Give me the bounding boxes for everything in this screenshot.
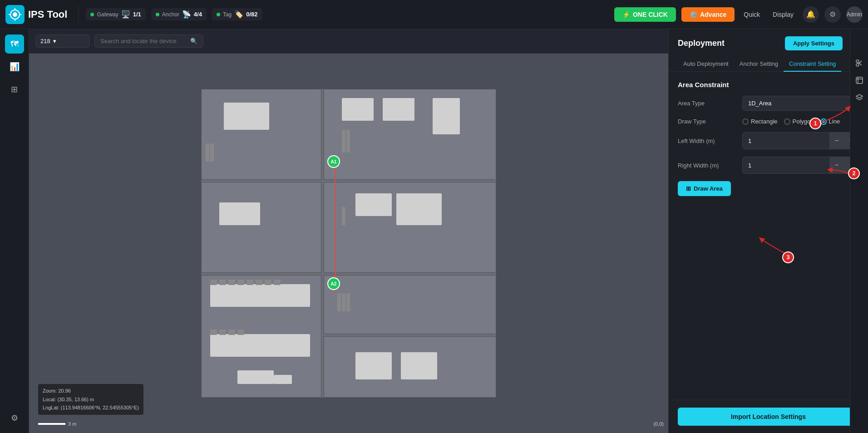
sidebar-item-settings[interactable]: ⚙: [5, 408, 24, 428]
local-info: Local: (30.35, 13.66) m: [43, 395, 139, 404]
strip-settings-button[interactable]: [853, 74, 866, 87]
left-width-input: 1 − +: [742, 132, 859, 149]
scale-label: 3 m: [68, 421, 76, 427]
tag-count: 0/82: [246, 11, 257, 18]
furniture-bl-chair1: [210, 280, 217, 285]
strip-layers-button[interactable]: [853, 91, 866, 104]
anchor-label: Anchor: [162, 11, 179, 18]
draw-area-button[interactable]: ⊞ Draw Area: [678, 181, 731, 196]
anchor-A2-marker[interactable]: A2: [327, 277, 340, 290]
furniture-bl-chair7: [265, 280, 271, 285]
tab-constraint-setting[interactable]: Constraint Setting: [784, 57, 841, 72]
right-width-value: 1: [743, 158, 829, 172]
one-click-icon: ⚡: [622, 11, 630, 18]
furniture-bl-chair3: [228, 280, 235, 285]
furniture-br-desk1: [355, 352, 392, 379]
draw-type-label: Draw Type: [678, 118, 737, 125]
gateway-label: Gateway: [97, 11, 118, 18]
panel-title: Deployment: [678, 39, 725, 48]
map-scale-bar: 3 m: [38, 421, 76, 427]
apply-settings-button[interactable]: Apply Settings: [785, 36, 843, 50]
furniture-mr-1: [355, 193, 392, 216]
radio-rectangle-circle: [742, 118, 749, 125]
quick-link[interactable]: Quick: [740, 9, 764, 20]
radio-line-circle: [820, 118, 827, 125]
floor-selector[interactable]: 218 ▾: [35, 34, 90, 48]
furniture-br-plant3: [346, 293, 350, 311]
svg-rect-10: [856, 77, 863, 84]
map-origin-label: (0,0): [653, 421, 664, 427]
main-layout: 🗺 📊 ⊞ ⚙ 218 ▾ 🔍: [0, 29, 868, 433]
furniture-bl-c3: [228, 330, 235, 335]
map-toolbar: 218 ▾ 🔍: [29, 29, 668, 54]
furniture-tl-1: [224, 103, 269, 130]
panel-header: Deployment Apply Settings ✕: [669, 29, 868, 50]
left-width-label: Left Width (m): [678, 138, 737, 144]
nav-divider-1: [78, 5, 79, 24]
map-area: 218 ▾ 🔍: [29, 29, 668, 433]
map-icon: 🗺: [10, 39, 19, 49]
radio-line[interactable]: Line: [820, 118, 840, 125]
user-avatar[interactable]: Admin: [846, 6, 863, 23]
sidebar-item-map[interactable]: 🗺: [5, 34, 24, 54]
gateway-icon: 🖥️: [121, 10, 130, 19]
sidebar-item-devices[interactable]: 📊: [5, 57, 24, 76]
left-sidebar: 🗺 📊 ⊞ ⚙: [0, 29, 29, 433]
area-type-select[interactable]: 1D_Area ▾: [742, 96, 859, 111]
left-width-decrement-button[interactable]: −: [829, 133, 844, 149]
one-click-button[interactable]: ⚡ ONE CLICK: [614, 7, 676, 22]
notification-button[interactable]: 🔔: [803, 6, 819, 23]
map-info-overlay: Zoom: 20.96 Local: (30.35, 13.66) m LngL…: [38, 384, 143, 415]
right-width-decrement-button[interactable]: −: [829, 157, 844, 173]
search-icon: 🔍: [190, 38, 197, 44]
furniture-tl-plant2: [210, 143, 214, 162]
display-link[interactable]: Display: [769, 9, 797, 20]
right-width-label: Right Width (m): [678, 162, 737, 169]
constraint-line: [335, 157, 336, 293]
room-mid-left: [201, 182, 321, 273]
search-box[interactable]: 🔍: [94, 34, 203, 48]
panel-tabs: Auto Deployment Anchor Setting Constrain…: [669, 57, 868, 72]
strip-scissors-button[interactable]: [853, 56, 866, 70]
furniture-br-plant1: [337, 293, 341, 311]
right-panel: Deployment Apply Settings ✕ Auto Deploym…: [668, 29, 868, 433]
furniture-bl-chair5: [247, 280, 253, 285]
svg-point-1: [13, 12, 17, 17]
gateway-status-dot: [90, 13, 94, 16]
radio-polygon[interactable]: Polygon: [784, 118, 814, 125]
area-type-label: Area Type: [678, 100, 737, 107]
furniture-bl-chair4: [237, 280, 244, 285]
search-input[interactable]: [100, 38, 187, 44]
radio-rectangle[interactable]: Rectangle: [742, 118, 778, 125]
radio-polygon-circle: [784, 118, 790, 125]
floor-plan[interactable]: A1 A2: [201, 89, 496, 398]
furniture-stair: [237, 370, 274, 384]
panel-content: Area Constraint Area Type 1D_Area ▾ Draw…: [669, 72, 868, 400]
furniture-br-plant2: [342, 293, 345, 311]
layers-icon: ⊞: [11, 84, 18, 94]
settings-button[interactable]: ⚙: [824, 6, 841, 23]
sidebar-item-layers[interactable]: ⊞: [5, 80, 24, 99]
bell-icon: 🔔: [806, 10, 815, 19]
furniture-bl-table: [210, 284, 310, 307]
advance-button[interactable]: ⚙️ Advance: [681, 7, 735, 22]
right-width-row: Right Width (m) 1 − +: [678, 157, 859, 174]
tab-anchor-setting[interactable]: Anchor Setting: [734, 57, 784, 72]
gateway-count: 1/1: [133, 11, 141, 18]
furniture-desk-corner: [274, 375, 292, 384]
furniture-mr-2: [396, 193, 442, 225]
right-width-input: 1 − +: [742, 157, 859, 174]
section-title: Area Constraint: [678, 81, 859, 89]
import-location-settings-button[interactable]: Import Location Settings: [678, 408, 859, 426]
tab-auto-deployment[interactable]: Auto Deployment: [678, 57, 734, 72]
anchor-A1-marker[interactable]: A1: [327, 155, 340, 168]
furniture-bl-table2: [210, 334, 310, 357]
top-navigation: IPS Tool Gateway 🖥️ 1/1 Anchor 📡 4/4 Tag…: [0, 0, 868, 29]
furniture-bl-chair6: [256, 280, 262, 285]
tag-icon: 🏷️: [234, 10, 243, 19]
furniture-ml-1: [219, 202, 260, 225]
anchor-status-dot: [156, 13, 159, 16]
draw-type-radio-group: Rectangle Polygon Line: [742, 118, 859, 125]
gateway-group: Gateway 🖥️ 1/1: [86, 8, 145, 20]
gear-icon: ⚙: [829, 10, 836, 19]
